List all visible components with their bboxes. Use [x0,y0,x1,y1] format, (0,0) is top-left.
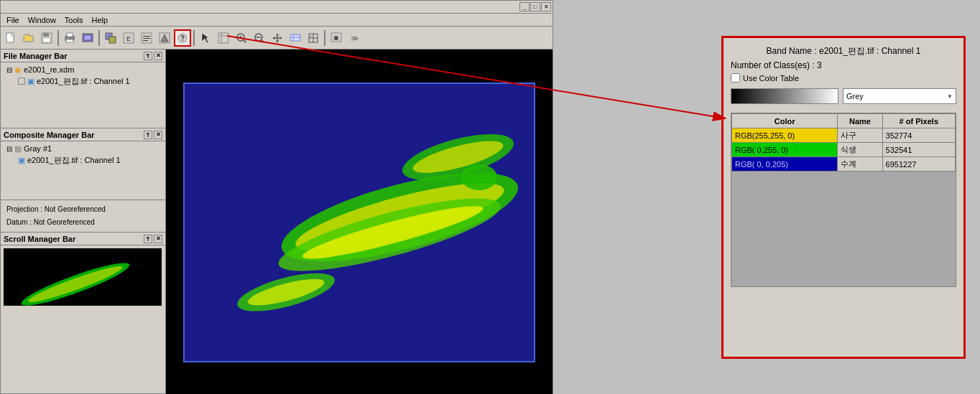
svg-rect-22 [218,33,228,43]
help-button[interactable]: ? [174,29,191,47]
cursor-btn[interactable] [197,29,214,47]
menu-window[interactable]: Window [24,14,60,27]
file-manager-section: File Manager Bar ¶ ✕ ⊟ ◉ e2001_re.xdm ▣ [1,50,165,128]
tree-checkbox [18,78,25,85]
map-canvas [183,83,535,362]
svg-marker-33 [276,40,279,43]
table-row: RGB( 0,255, 0) 식생 532541 [732,143,956,157]
zoom-in-btn[interactable] [233,29,250,47]
toolbar-separator-3 [193,30,195,46]
zoom-out-btn[interactable] [251,29,268,47]
scroll-manager-pin[interactable]: ¶ [144,235,152,243]
tool-more-4[interactable]: ≫ [346,29,363,47]
file-manager-pin[interactable]: ¶ [144,52,152,60]
composite-manager-close[interactable]: ✕ [154,131,162,139]
composite-child-item[interactable]: ▣ e2001_편집.tif : Channel 1 [4,154,162,166]
svg-text:+: + [310,34,312,38]
composite-child-label: e2001_편집.tif : Channel 1 [27,155,121,166]
menu-file[interactable]: File [2,14,24,27]
col-pixels-header: # of Pixels [882,114,955,128]
tree-expand-icon: ⊟ [6,66,12,74]
composite-manager-pin[interactable]: ¶ [144,131,152,139]
svg-rect-2 [43,33,49,37]
minimize-button[interactable]: _ [519,2,530,11]
scroll-manager-close[interactable]: ✕ [154,235,162,243]
table-row: RGB(255,255, 0) 사구 352774 [732,128,956,143]
scroll-thumbnail-svg [4,248,162,306]
close-button[interactable]: ✕ [541,2,551,11]
composite-manager-header: Composite Manager Bar ¶ ✕ [1,128,165,141]
new-button[interactable] [2,29,19,47]
tree-icon-file: ◉ [14,65,22,75]
svg-text:?: ? [180,34,185,42]
file-manager-header: File Manager Bar ¶ ✕ [1,50,165,62]
composite-root-icon: ▦ [14,144,22,154]
col-color-header: Color [732,114,838,128]
name-cell-0: 사구 [838,128,882,143]
svg-rect-16 [143,40,148,41]
app-window: _ □ ✕ File Window Tools Help [0,0,553,394]
pixels-cell-2: 6951227 [882,157,955,172]
tool-more-2[interactable]: + [305,29,322,47]
color-cell-1: RGB( 0,255, 0) [732,143,838,157]
class-table: Color Name # of Pixels RGB(255,255, 0) 사… [731,113,956,172]
composite-root-item[interactable]: ⊟ ▦ Gray #1 [4,143,162,154]
use-color-table-row: Use Color Table [731,73,956,83]
tool-more-3[interactable]: ▣ [328,29,345,47]
table-empty-area [731,172,956,286]
toolbar: E ? + [1,27,553,50]
num-classes-label: Number of Class(es) : [731,60,815,70]
edit-btn-2[interactable] [138,29,155,47]
use-color-table-checkbox[interactable] [731,73,740,83]
composite-root-label: Gray #1 [24,144,52,153]
zoom-extent-btn[interactable] [215,29,232,47]
composite-manager-body: ⊟ ▦ Gray #1 ▣ e2001_편집.tif : Channel 1 [1,141,165,167]
save-button[interactable] [38,29,55,47]
open-button[interactable] [20,29,37,47]
scroll-thumbnail[interactable] [4,248,162,306]
composite-file-icon: ▣ [18,156,25,165]
col-name-header: Name [838,114,882,128]
file-manager-title: File Manager Bar [4,52,68,60]
menu-tools[interactable]: Tools [60,14,88,27]
restore-button[interactable]: □ [530,2,540,11]
composite-expand-icon: ⊟ [6,145,12,153]
composite-button[interactable] [102,29,119,47]
color-cell-2: RGB( 0, 0,205) [732,157,838,172]
projection-section: Projection : Not Georeferenced Datum : N… [1,200,165,233]
tree-child-item[interactable]: ▣ e2001_편집.tif : Channel 1 [4,75,162,87]
svg-rect-10 [109,37,116,43]
scroll-manager-section: Scroll Manager Bar ¶ ✕ [1,233,165,394]
tool-more-1[interactable] [287,29,304,47]
scroll-manager-header: Scroll Manager Bar ¶ ✕ [1,233,165,245]
scroll-manager-buttons: ¶ ✕ [144,235,162,243]
colormap-row: Grey ▼ [731,88,956,104]
edit-btn-3[interactable] [156,29,173,47]
svg-rect-3 [43,38,50,42]
class-table-container: Color Name # of Pixels RGB(255,255, 0) 사… [731,113,956,287]
svg-rect-8 [84,35,91,40]
tree-file-icon: ▣ [27,77,34,86]
color-cell-0: RGB(255,255, 0) [732,128,838,143]
content-area: File Manager Bar ¶ ✕ ⊟ ◉ e2001_re.xdm ▣ [1,50,553,394]
tree-root-item[interactable]: ⊟ ◉ e2001_re.xdm [4,64,162,75]
detail-num-classes: Number of Class(es) : 3 [731,60,956,70]
menu-help[interactable]: Help [88,14,113,27]
svg-point-59 [461,164,497,190]
toolbar-separator-2 [98,30,100,46]
file-manager-buttons: ¶ ✕ [144,52,162,60]
svg-rect-0 [6,33,14,42]
pan-btn[interactable] [269,29,286,47]
edit-btn-1[interactable]: E [120,29,137,47]
chevron-down-icon: ▼ [947,93,953,100]
composite-manager-buttons: ¶ ✕ [144,131,162,139]
file-manager-close[interactable]: ✕ [154,52,162,60]
name-cell-2: 수계 [838,157,882,172]
pixels-cell-0: 352774 [882,128,955,143]
print-button[interactable] [61,29,78,47]
svg-marker-32 [276,33,279,36]
menu-bar: File Window Tools Help [1,14,553,27]
composite-manager-title: Composite Manager Bar [4,131,95,139]
colormap-dropdown[interactable]: Grey ▼ [843,88,956,104]
tool-btn-2[interactable] [79,29,96,47]
